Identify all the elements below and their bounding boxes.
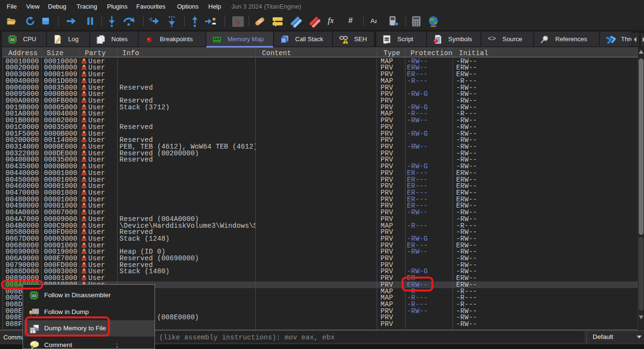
svg-text:S: S [236,18,240,26]
svg-text:32: 32 [32,293,36,298]
svg-text:32: 32 [11,37,14,41]
svg-text:<>: <> [385,37,389,41]
